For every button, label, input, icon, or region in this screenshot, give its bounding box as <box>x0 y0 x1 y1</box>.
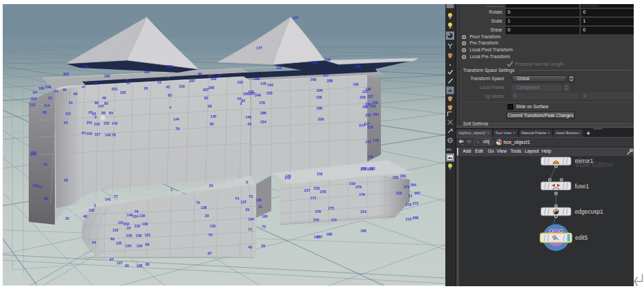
svg-text:73: 73 <box>249 194 253 199</box>
svg-text:264: 264 <box>410 183 417 187</box>
svg-text:112: 112 <box>29 103 35 107</box>
svg-text:85: 85 <box>104 101 108 105</box>
svg-text:21: 21 <box>258 205 262 209</box>
svg-text:83: 83 <box>168 93 172 97</box>
svg-text:66: 66 <box>42 110 47 114</box>
svg-text:195: 195 <box>262 214 268 218</box>
svg-text:79: 79 <box>175 127 179 131</box>
svg-text:76: 76 <box>134 210 138 214</box>
svg-text:142: 142 <box>105 133 111 137</box>
svg-text:87: 87 <box>208 251 212 255</box>
svg-text:43: 43 <box>237 97 241 101</box>
svg-text:143: 143 <box>112 121 118 125</box>
svg-text:137: 137 <box>240 200 247 204</box>
svg-text:133: 133 <box>210 224 216 228</box>
svg-text:237: 237 <box>362 90 369 94</box>
svg-text:621: 621 <box>112 87 118 91</box>
svg-text:220: 220 <box>393 175 399 179</box>
svg-text:145: 145 <box>210 114 216 118</box>
svg-text:284: 284 <box>373 112 379 116</box>
svg-text:178: 178 <box>259 101 265 105</box>
svg-text:194: 194 <box>248 217 254 221</box>
svg-text:134: 134 <box>132 214 138 218</box>
svg-text:102: 102 <box>120 90 126 94</box>
svg-text:66: 66 <box>198 72 202 76</box>
svg-text:120: 120 <box>32 184 38 188</box>
svg-text:273: 273 <box>412 201 419 205</box>
svg-text:222: 222 <box>365 113 371 117</box>
svg-text:47: 47 <box>82 85 86 89</box>
svg-text:132: 132 <box>134 224 140 228</box>
svg-text:124: 124 <box>125 244 132 248</box>
svg-text:35: 35 <box>65 216 69 220</box>
svg-text:115: 115 <box>65 112 71 116</box>
svg-text:29: 29 <box>245 207 249 212</box>
svg-text:249: 249 <box>45 85 51 89</box>
svg-text:306: 306 <box>144 70 150 74</box>
svg-text:178: 178 <box>373 138 379 142</box>
svg-text:158: 158 <box>316 95 322 99</box>
svg-text:17: 17 <box>218 73 222 77</box>
svg-text:306: 306 <box>208 86 214 90</box>
svg-text:224: 224 <box>260 120 267 124</box>
svg-text:42: 42 <box>247 122 251 126</box>
svg-text:edgecusp1: edgecusp1 <box>575 208 604 215</box>
svg-text:114: 114 <box>44 103 49 107</box>
svg-text:118: 118 <box>86 131 92 136</box>
svg-text:122: 122 <box>112 228 119 232</box>
svg-text:297: 297 <box>189 79 195 83</box>
svg-text:214: 214 <box>360 210 367 214</box>
svg-text:mirror1: mirror1 <box>575 157 593 164</box>
svg-text:abc: abc <box>447 147 453 151</box>
svg-text:272: 272 <box>360 167 367 171</box>
svg-text:71: 71 <box>248 227 252 231</box>
svg-text:191: 191 <box>312 60 318 64</box>
svg-text:229: 229 <box>360 95 366 99</box>
svg-text:305: 305 <box>104 74 110 78</box>
svg-text:3: 3 <box>240 101 242 105</box>
svg-text:2: 2 <box>94 203 96 207</box>
svg-text:216: 216 <box>367 167 373 171</box>
svg-text:268: 268 <box>412 216 419 220</box>
svg-text:276: 276 <box>315 210 321 214</box>
svg-text:26: 26 <box>144 86 148 90</box>
svg-text:129: 129 <box>136 244 143 248</box>
svg-text:21: 21 <box>408 194 412 198</box>
svg-text:280: 280 <box>362 105 369 109</box>
svg-text:285: 285 <box>317 106 323 110</box>
svg-text:216: 216 <box>314 186 320 190</box>
svg-text:39: 39 <box>261 244 265 248</box>
svg-text:141: 141 <box>105 197 111 201</box>
svg-text:4: 4 <box>169 105 171 110</box>
svg-text:130: 130 <box>142 222 148 226</box>
svg-text:86: 86 <box>101 111 106 115</box>
svg-text:127: 127 <box>116 261 123 265</box>
svg-text:50: 50 <box>95 81 99 86</box>
svg-text:67: 67 <box>110 257 114 262</box>
svg-text:126: 126 <box>126 233 132 238</box>
svg-text:229: 229 <box>318 117 324 121</box>
svg-text:286: 286 <box>260 111 267 115</box>
svg-text:190: 190 <box>325 58 331 62</box>
svg-text:40: 40 <box>62 88 66 92</box>
svg-text:120: 120 <box>88 208 95 212</box>
svg-text:66: 66 <box>110 237 114 241</box>
svg-text:310: 310 <box>179 84 185 88</box>
svg-text:307: 307 <box>323 73 329 77</box>
svg-text:246: 246 <box>255 93 261 97</box>
svg-text:177: 177 <box>256 46 262 50</box>
svg-text:0: 0 <box>246 180 248 184</box>
svg-text:278: 278 <box>367 125 373 129</box>
svg-text:5: 5 <box>95 115 97 119</box>
svg-text:edit5: edit5 <box>575 234 589 241</box>
svg-text:77: 77 <box>114 194 118 199</box>
svg-text:155: 155 <box>103 121 110 125</box>
svg-text:80: 80 <box>210 122 214 126</box>
svg-text:139: 139 <box>139 214 145 218</box>
svg-text:68: 68 <box>145 262 149 266</box>
svg-text:46: 46 <box>102 96 106 100</box>
svg-text:180: 180 <box>38 86 45 90</box>
svg-text:12: 12 <box>48 96 52 100</box>
svg-text:251: 251 <box>86 121 92 125</box>
svg-text:290: 290 <box>310 77 317 81</box>
